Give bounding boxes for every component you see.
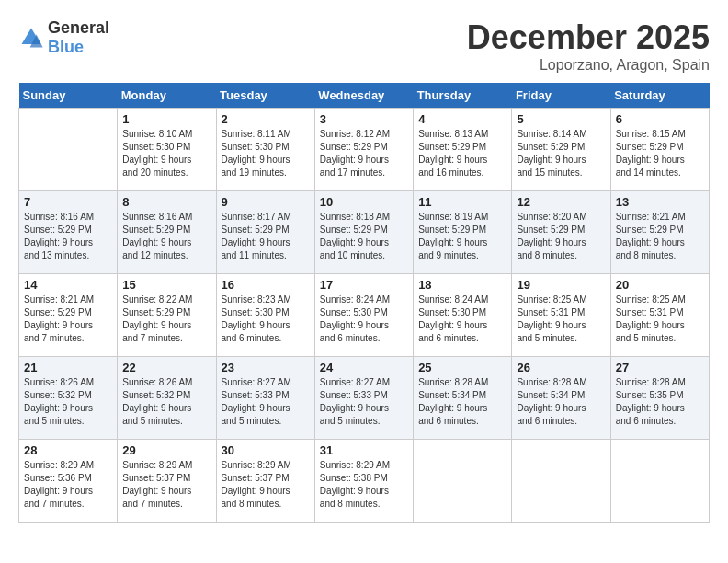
calendar-cell: 8Sunrise: 8:16 AM Sunset: 5:29 PM Daylig… [118, 191, 216, 274]
calendar-table: SundayMondayTuesdayWednesdayThursdayFrid… [18, 83, 710, 523]
day-info: Sunrise: 8:26 AM Sunset: 5:32 PM Dayligh… [24, 376, 112, 428]
calendar-cell: 16Sunrise: 8:23 AM Sunset: 5:30 PM Dayli… [216, 274, 314, 357]
calendar-cell: 15Sunrise: 8:22 AM Sunset: 5:29 PM Dayli… [118, 274, 216, 357]
calendar-cell: 19Sunrise: 8:25 AM Sunset: 5:31 PM Dayli… [512, 274, 610, 357]
calendar-cell [512, 440, 610, 523]
day-info: Sunrise: 8:16 AM Sunset: 5:29 PM Dayligh… [122, 211, 210, 262]
day-info: Sunrise: 8:29 AM Sunset: 5:36 PM Dayligh… [24, 459, 112, 511]
day-number: 2 [222, 112, 310, 126]
calendar-week-row: 28Sunrise: 8:29 AM Sunset: 5:36 PM Dayli… [19, 440, 710, 523]
day-info: Sunrise: 8:28 AM Sunset: 5:34 PM Dayligh… [517, 376, 605, 428]
day-info: Sunrise: 8:19 AM Sunset: 5:29 PM Dayligh… [418, 211, 506, 262]
day-of-week-header: Friday [512, 83, 610, 109]
calendar-cell: 22Sunrise: 8:26 AM Sunset: 5:32 PM Dayli… [118, 357, 216, 440]
calendar-cell: 1Sunrise: 8:10 AM Sunset: 5:30 PM Daylig… [118, 109, 216, 191]
day-number: 28 [24, 443, 112, 457]
day-info: Sunrise: 8:27 AM Sunset: 5:33 PM Dayligh… [320, 376, 408, 428]
calendar-cell: 9Sunrise: 8:17 AM Sunset: 5:29 PM Daylig… [216, 191, 314, 274]
day-info: Sunrise: 8:10 AM Sunset: 5:30 PM Dayligh… [122, 128, 210, 179]
day-number: 6 [616, 112, 704, 126]
day-of-week-header: Saturday [610, 83, 709, 109]
calendar-cell: 4Sunrise: 8:13 AM Sunset: 5:29 PM Daylig… [414, 109, 512, 191]
calendar-cell [19, 109, 118, 191]
calendar-cell: 20Sunrise: 8:25 AM Sunset: 5:31 PM Dayli… [610, 274, 709, 357]
calendar-cell [414, 440, 512, 523]
day-number: 31 [320, 443, 408, 457]
calendar-cell [610, 440, 709, 523]
calendar-cell: 7Sunrise: 8:16 AM Sunset: 5:29 PM Daylig… [19, 191, 118, 274]
day-info: Sunrise: 8:21 AM Sunset: 5:29 PM Dayligh… [616, 211, 704, 262]
day-number: 26 [517, 361, 605, 374]
day-info: Sunrise: 8:28 AM Sunset: 5:35 PM Dayligh… [616, 376, 704, 428]
page-header: General Blue December 2025 Loporzano, Ar… [18, 18, 710, 74]
calendar-cell: 31Sunrise: 8:29 AM Sunset: 5:38 PM Dayli… [314, 440, 413, 523]
day-info: Sunrise: 8:13 AM Sunset: 5:29 PM Dayligh… [418, 128, 506, 179]
day-info: Sunrise: 8:11 AM Sunset: 5:30 PM Dayligh… [222, 128, 310, 179]
calendar-cell: 12Sunrise: 8:20 AM Sunset: 5:29 PM Dayli… [512, 191, 610, 274]
month-title: December 2025 [467, 18, 710, 57]
day-info: Sunrise: 8:26 AM Sunset: 5:32 PM Dayligh… [122, 376, 210, 428]
day-info: Sunrise: 8:29 AM Sunset: 5:37 PM Dayligh… [222, 459, 310, 511]
calendar-cell: 30Sunrise: 8:29 AM Sunset: 5:37 PM Dayli… [216, 440, 314, 523]
day-info: Sunrise: 8:29 AM Sunset: 5:38 PM Dayligh… [320, 459, 408, 511]
calendar-header-row: SundayMondayTuesdayWednesdayThursdayFrid… [19, 83, 710, 109]
day-number: 24 [320, 361, 408, 374]
calendar-cell: 5Sunrise: 8:14 AM Sunset: 5:29 PM Daylig… [512, 109, 610, 191]
calendar-cell: 14Sunrise: 8:21 AM Sunset: 5:29 PM Dayli… [19, 274, 118, 357]
logo-text-general: General [48, 18, 109, 37]
calendar-cell: 10Sunrise: 8:18 AM Sunset: 5:29 PM Dayli… [314, 191, 413, 274]
day-of-week-header: Sunday [19, 83, 118, 109]
day-number: 7 [24, 195, 112, 209]
day-number: 17 [320, 278, 408, 292]
day-number: 8 [122, 195, 210, 209]
calendar-cell: 21Sunrise: 8:26 AM Sunset: 5:32 PM Dayli… [19, 357, 118, 440]
day-number: 18 [418, 278, 506, 292]
day-number: 20 [616, 278, 704, 292]
day-of-week-header: Tuesday [216, 83, 314, 109]
day-info: Sunrise: 8:16 AM Sunset: 5:29 PM Dayligh… [24, 211, 112, 262]
calendar-week-row: 7Sunrise: 8:16 AM Sunset: 5:29 PM Daylig… [19, 191, 710, 274]
day-number: 3 [320, 112, 408, 126]
day-number: 10 [320, 195, 408, 209]
day-number: 4 [418, 112, 506, 126]
day-number: 5 [517, 112, 605, 126]
calendar-cell: 6Sunrise: 8:15 AM Sunset: 5:29 PM Daylig… [610, 109, 709, 191]
day-info: Sunrise: 8:21 AM Sunset: 5:29 PM Dayligh… [24, 293, 112, 345]
day-number: 1 [122, 112, 210, 126]
calendar-cell: 29Sunrise: 8:29 AM Sunset: 5:37 PM Dayli… [118, 440, 216, 523]
day-info: Sunrise: 8:14 AM Sunset: 5:29 PM Dayligh… [517, 128, 605, 179]
title-area: December 2025 Loporzano, Aragon, Spain [467, 18, 710, 74]
calendar-cell: 2Sunrise: 8:11 AM Sunset: 5:30 PM Daylig… [216, 109, 314, 191]
calendar-cell: 24Sunrise: 8:27 AM Sunset: 5:33 PM Dayli… [314, 357, 413, 440]
day-info: Sunrise: 8:28 AM Sunset: 5:34 PM Dayligh… [418, 376, 506, 428]
day-info: Sunrise: 8:29 AM Sunset: 5:37 PM Dayligh… [122, 459, 210, 511]
day-number: 15 [122, 278, 210, 292]
calendar-cell: 11Sunrise: 8:19 AM Sunset: 5:29 PM Dayli… [414, 191, 512, 274]
logo-icon [18, 25, 44, 51]
calendar-week-row: 21Sunrise: 8:26 AM Sunset: 5:32 PM Dayli… [19, 357, 710, 440]
day-of-week-header: Wednesday [314, 83, 413, 109]
day-info: Sunrise: 8:24 AM Sunset: 5:30 PM Dayligh… [418, 293, 506, 345]
day-info: Sunrise: 8:27 AM Sunset: 5:33 PM Dayligh… [222, 376, 310, 428]
day-number: 30 [222, 443, 310, 457]
day-of-week-header: Thursday [414, 83, 512, 109]
day-number: 19 [517, 278, 605, 292]
calendar-cell: 3Sunrise: 8:12 AM Sunset: 5:29 PM Daylig… [314, 109, 413, 191]
day-number: 11 [418, 195, 506, 209]
calendar-week-row: 1Sunrise: 8:10 AM Sunset: 5:30 PM Daylig… [19, 109, 710, 191]
day-number: 29 [122, 443, 210, 457]
calendar-cell: 28Sunrise: 8:29 AM Sunset: 5:36 PM Dayli… [19, 440, 118, 523]
day-info: Sunrise: 8:18 AM Sunset: 5:29 PM Dayligh… [320, 211, 408, 262]
logo-text-blue: Blue [48, 38, 84, 56]
calendar-cell: 25Sunrise: 8:28 AM Sunset: 5:34 PM Dayli… [414, 357, 512, 440]
day-number: 14 [24, 278, 112, 292]
day-info: Sunrise: 8:25 AM Sunset: 5:31 PM Dayligh… [616, 293, 704, 345]
calendar-cell: 26Sunrise: 8:28 AM Sunset: 5:34 PM Dayli… [512, 357, 610, 440]
day-number: 9 [222, 195, 310, 209]
day-info: Sunrise: 8:24 AM Sunset: 5:30 PM Dayligh… [320, 293, 408, 345]
day-number: 13 [616, 195, 704, 209]
day-number: 21 [24, 361, 112, 374]
day-number: 23 [222, 361, 310, 374]
day-info: Sunrise: 8:12 AM Sunset: 5:29 PM Dayligh… [320, 128, 408, 179]
location-title: Loporzano, Aragon, Spain [467, 57, 710, 74]
